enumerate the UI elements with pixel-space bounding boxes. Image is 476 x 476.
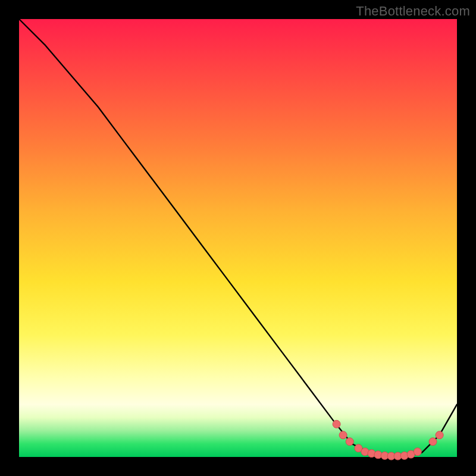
curve-marker — [436, 431, 443, 439]
bottleneck-curve — [19, 19, 457, 457]
curve-markers — [333, 420, 443, 460]
curve-marker — [339, 431, 347, 439]
curve-marker — [333, 420, 340, 428]
curve-marker — [346, 438, 353, 446]
curve-marker — [414, 448, 421, 456]
chart-plot-area — [19, 19, 457, 457]
chart-svg — [19, 19, 457, 457]
watermark-text: TheBottleneck.com — [356, 4, 470, 19]
chart-stage: TheBottleneck.com — [0, 0, 476, 476]
curve-marker — [429, 438, 437, 446]
